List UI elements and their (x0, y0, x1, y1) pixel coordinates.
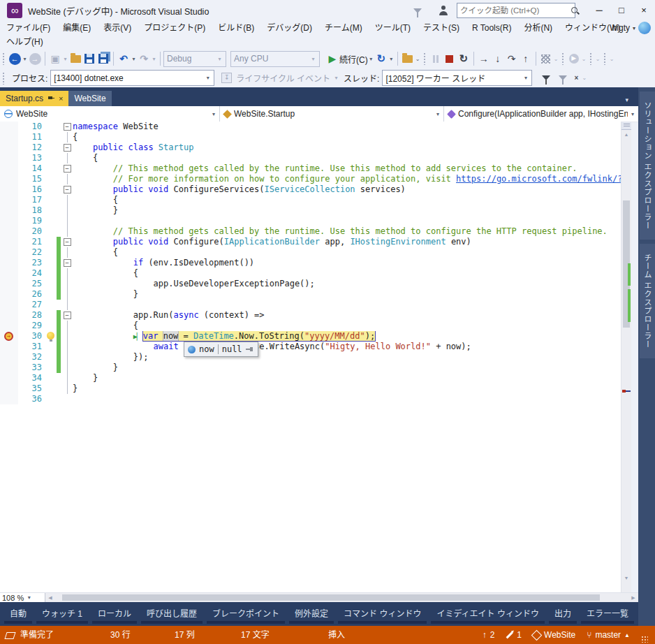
navigate-forward-icon[interactable]: → (29, 53, 41, 65)
branch-button[interactable]: ⑂ master ▲ (587, 630, 630, 640)
scroll-up-icon[interactable]: ▲ (621, 130, 631, 139)
collapse-region-icon[interactable]: − (64, 144, 71, 152)
new-window-icon[interactable]: ▣ (48, 51, 62, 66)
project-dropdown[interactable]: WebSite ▾ (0, 106, 220, 122)
breakpoint-margin[interactable]: → (0, 331, 18, 342)
filter-threads-icon[interactable] (542, 75, 550, 80)
continue-button-label[interactable]: 続行(C) (339, 53, 368, 65)
breakpoint-margin[interactable] (0, 163, 18, 174)
refresh-app-icon[interactable]: ↻ (374, 51, 388, 66)
status-line[interactable]: 30 行 (110, 626, 131, 644)
maximize-button[interactable]: □ (610, 0, 633, 21)
save-icon[interactable] (84, 54, 94, 64)
debug-overflow-icon[interactable]: ⌄ (553, 56, 559, 62)
code-text[interactable]: // For more information on how to config… (73, 174, 621, 184)
code-text[interactable]: public class Startup (73, 142, 621, 153)
panel-tab[interactable]: コマンド ウィンドウ (338, 605, 427, 624)
pending-edits-button[interactable]: 1 (506, 630, 522, 640)
scroll-right-icon[interactable]: ▶ (628, 593, 638, 602)
code-text[interactable]: { (73, 321, 621, 331)
navigate-back-icon[interactable]: ← (9, 53, 21, 65)
breakpoint-margin[interactable] (0, 383, 18, 394)
panel-tab[interactable]: 例外設定 (289, 605, 334, 624)
menu-item[interactable]: 分析(N) (517, 23, 559, 33)
undo-icon[interactable]: ↶ (117, 51, 131, 66)
panel-tab[interactable]: ウォッチ 1 (36, 605, 88, 624)
code-text[interactable]: public void Configure(IApplicationBuilde… (73, 237, 621, 247)
breakpoint-margin[interactable] (0, 352, 18, 363)
overflow-chevron-icon[interactable]: ⌄ (581, 56, 587, 62)
menu-item[interactable]: デバッグ(D) (260, 23, 318, 33)
restart-debug-icon[interactable]: ↻ (457, 51, 471, 66)
vertical-scrollbar[interactable]: ▲ ▼ (621, 122, 631, 592)
menu-item[interactable]: ファイル(F) (0, 23, 57, 33)
find-overflow-icon[interactable]: ⌄ (415, 56, 421, 62)
process-dropdown[interactable]: [13400] dotnet.exe▾ (50, 70, 214, 86)
breakpoint-margin[interactable] (0, 142, 18, 153)
lifecycle-events-label[interactable]: ライフサイクル イベント (236, 72, 330, 84)
menu-item[interactable]: ヘルプ(H) (0, 37, 50, 47)
feedback-icon[interactable] (413, 8, 422, 13)
code-text[interactable]: { (73, 247, 621, 258)
undo-caret-icon[interactable]: ▾ (131, 56, 137, 62)
flagged-threads-icon[interactable]: × (571, 73, 581, 82)
breakpoint-margin[interactable] (0, 205, 18, 216)
breakpoint-margin[interactable] (0, 195, 18, 205)
menu-item[interactable]: R Tools(R) (466, 23, 517, 33)
document-tab[interactable]: Startup.cs× (0, 91, 68, 106)
code-text[interactable]: // This method gets called by the runtim… (73, 163, 621, 174)
status-character[interactable]: 17 文字 (241, 626, 270, 644)
type-dropdown[interactable]: WebSite.Startup ▾ (220, 106, 444, 122)
code-text[interactable]: ▶▏var now = DateTime.Now.ToString("yyyy/… (73, 331, 621, 342)
user-menu-caret-icon[interactable]: ▾ (633, 25, 635, 31)
solution-platforms-dropdown[interactable]: Any CPU▾ (230, 51, 320, 67)
code-text[interactable]: } (73, 289, 621, 300)
code-text[interactable] (73, 216, 621, 226)
find-in-files-icon[interactable] (402, 55, 413, 63)
panel-tab[interactable]: エラー一覧 (581, 605, 634, 624)
outgoing-commits-button[interactable]: ↑ 2 (483, 630, 495, 640)
show-threads-in-source-icon[interactable] (541, 54, 550, 64)
code-text[interactable]: { (73, 195, 621, 205)
scroll-left-icon[interactable]: ◀ (45, 593, 55, 602)
collapse-region-icon[interactable]: − (64, 186, 71, 193)
code-text[interactable] (73, 394, 621, 404)
breakpoint-margin[interactable] (0, 132, 18, 142)
menu-item[interactable]: プロジェクト(P) (138, 23, 212, 33)
overflow-chevron-icon[interactable]: ⌄ (609, 56, 615, 62)
current-statement-breakpoint-icon[interactable]: → (4, 332, 13, 341)
overflow-chevron-icon[interactable]: ⌄ (595, 56, 601, 62)
menu-item[interactable]: ツール(T) (369, 23, 417, 33)
collapse-region-icon[interactable]: − (64, 238, 71, 246)
debugger-datatip[interactable]: now null (184, 342, 258, 357)
close-tab-icon[interactable]: × (59, 95, 63, 103)
status-column[interactable]: 17 列 (175, 626, 195, 644)
redo-caret-icon[interactable]: ▾ (151, 56, 157, 62)
panel-tab[interactable]: 自動 (4, 605, 32, 624)
show-next-statement-icon[interactable]: → (477, 51, 491, 66)
panel-tab[interactable]: ブレークポイント (207, 605, 285, 624)
solution-configurations-dropdown[interactable]: Debug▾ (163, 51, 226, 67)
toolbar-grip[interactable] (603, 52, 607, 65)
lifecycle-events-icon[interactable]: ↧ (221, 73, 232, 83)
code-text[interactable]: if (env.IsDevelopment()) (73, 258, 621, 268)
toolbar-grip[interactable] (589, 52, 593, 65)
code-text[interactable]: await context.Response.WriteAsync("Higty… (73, 342, 621, 352)
code-text[interactable] (73, 300, 621, 310)
breakpoint-margin[interactable] (0, 184, 18, 195)
code-text[interactable]: { (73, 153, 621, 163)
step-out-icon[interactable]: ↑ (519, 51, 533, 66)
share-person-icon[interactable] (439, 6, 448, 15)
breakpoint-margin[interactable] (0, 153, 18, 163)
scroll-down-icon[interactable]: ▼ (621, 573, 631, 583)
status-insert-mode[interactable]: 挿入 (328, 626, 345, 644)
panel-tab[interactable]: 出力 (549, 605, 577, 624)
code-text[interactable]: // This method gets called by the runtim… (73, 226, 621, 237)
code-text[interactable]: } (73, 205, 621, 216)
code-text[interactable]: { (73, 268, 621, 279)
code-text[interactable]: } (73, 363, 621, 373)
pause-icon[interactable] (433, 55, 439, 63)
breakpoint-margin[interactable] (0, 174, 18, 184)
collapse-region-icon[interactable]: − (64, 312, 71, 319)
editor-zoom-dropdown[interactable]: 108 %▾ (0, 593, 45, 602)
